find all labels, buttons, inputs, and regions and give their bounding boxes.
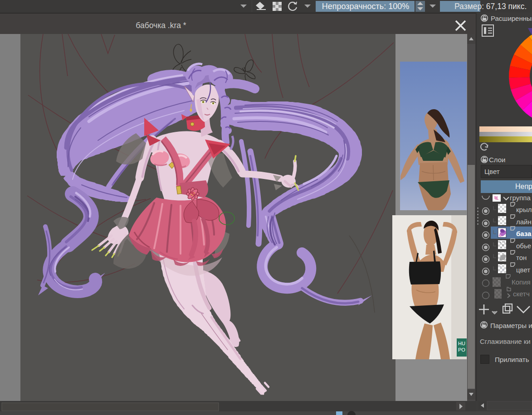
- svg-text:Копия: Копия: [512, 278, 531, 286]
- svg-text:крыл: крыл: [516, 206, 532, 213]
- svg-text:лайн: лайн: [516, 218, 532, 226]
- svg-text:HU: HU: [458, 341, 465, 346]
- svg-text:PO: PO: [458, 347, 465, 352]
- svg-text:тон: тон: [516, 254, 527, 261]
- svg-text:обье: обье: [516, 242, 531, 250]
- svg-text:цвет: цвет: [516, 266, 530, 274]
- svg-text:Размер: 67,13 пикс.: Размер: 67,13 пикс.: [454, 2, 527, 11]
- svg-text:скетч: скетч: [513, 290, 530, 298]
- svg-text:группа: группа: [510, 194, 531, 202]
- svg-text:Непрозрачность: 100%: Непрозрачность: 100%: [322, 2, 409, 11]
- svg-text:база: база: [516, 230, 532, 237]
